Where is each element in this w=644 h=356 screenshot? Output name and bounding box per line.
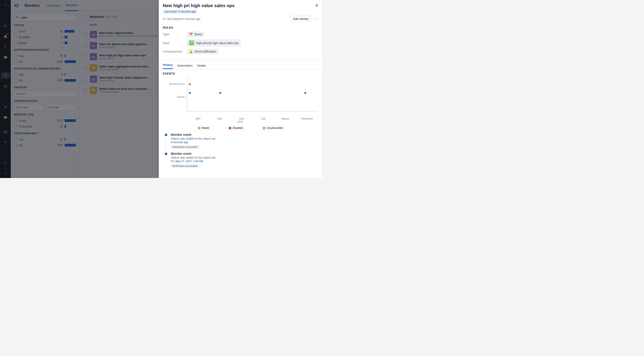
subtab-history[interactable]: History xyxy=(163,63,173,69)
x-label: June xyxy=(230,116,252,120)
x-label: July xyxy=(252,116,274,120)
legend-item[interactable]: Unsubscribed xyxy=(261,126,285,130)
bulb-icon: 💡 xyxy=(189,40,194,45)
events-chart: Runtime ErrorEvents xyxy=(163,77,318,116)
cons-label: Consequences xyxy=(163,50,187,53)
more-icon[interactable]: ⋯ xyxy=(312,16,318,21)
x-label: May xyxy=(209,116,231,120)
type-value-text: Event xyxy=(194,33,202,36)
last-checked-text: Last checked 4 seconds ago xyxy=(166,17,200,20)
chart-point xyxy=(189,92,191,94)
subtab-subscribers[interactable]: Subscribers xyxy=(177,64,193,69)
input-value: 💡 High priority high value sales ops xyxy=(187,39,241,46)
x-label: August xyxy=(274,116,296,120)
edit-monitor-button[interactable]: Edit monitor xyxy=(291,16,311,22)
event-time: Fri, May 27, 2022, 3:40 AM xyxy=(171,160,318,163)
y-label: Events xyxy=(163,90,187,103)
rules-label: RULES xyxy=(163,26,318,29)
input-label: Input xyxy=(163,41,187,45)
events-label: EVENTS xyxy=(163,72,318,75)
cube-icon: ⬢ xyxy=(164,133,168,152)
event-title: Monitor event xyxy=(171,133,318,137)
close-icon[interactable]: ✕ xyxy=(315,3,318,8)
event-badge: Notification succeeded xyxy=(171,145,199,149)
legend-item[interactable]: Disabled xyxy=(227,126,245,130)
chart-point xyxy=(189,83,191,85)
event-badge: Notification succeeded xyxy=(171,164,199,168)
detail-panel: New high pri high value sales ops ✕ Last… xyxy=(159,0,322,178)
panel-title: New high pri high value sales ops xyxy=(163,3,318,8)
event-title: Monitor event xyxy=(171,152,318,156)
event-time: 6 seconds ago xyxy=(171,141,318,144)
timeline-event: ⬢Monitor eventObject was added to the ob… xyxy=(164,133,318,152)
event-sub: Object was added to the object set xyxy=(171,156,318,159)
timeline-event: ⬢Monitor eventObject was added to the ob… xyxy=(164,152,318,171)
last-event-badge: Last event: 5 seconds ago xyxy=(163,9,197,14)
chart-point xyxy=(219,92,221,94)
last-checked: ⟳ Last checked 4 seconds ago xyxy=(163,17,200,20)
chart-point xyxy=(304,92,306,94)
type-value: 📅 Event xyxy=(187,31,204,37)
subtab-details[interactable]: Details xyxy=(197,64,206,69)
cons-value: 🔔 Send notification xyxy=(187,49,218,54)
chart-year: 2022 xyxy=(163,120,318,123)
calendar-icon: 📅 xyxy=(189,33,193,36)
refresh-icon: ⟳ xyxy=(163,17,165,20)
x-label: April xyxy=(187,116,209,120)
panel-subtabs: History Subscribers Details xyxy=(159,61,322,69)
event-sub: Object was added to the object set xyxy=(171,137,318,140)
input-value-text: High priority high value sales ops xyxy=(196,41,238,45)
x-label: September xyxy=(296,116,318,120)
type-label: Type xyxy=(163,33,187,36)
cons-value-text: Send notification xyxy=(194,50,216,53)
send-icon: 🔔 xyxy=(189,50,193,53)
cube-icon: ⬢ xyxy=(164,152,168,171)
legend-item[interactable]: Muted xyxy=(196,126,211,130)
y-label: Runtime Error xyxy=(163,77,187,90)
